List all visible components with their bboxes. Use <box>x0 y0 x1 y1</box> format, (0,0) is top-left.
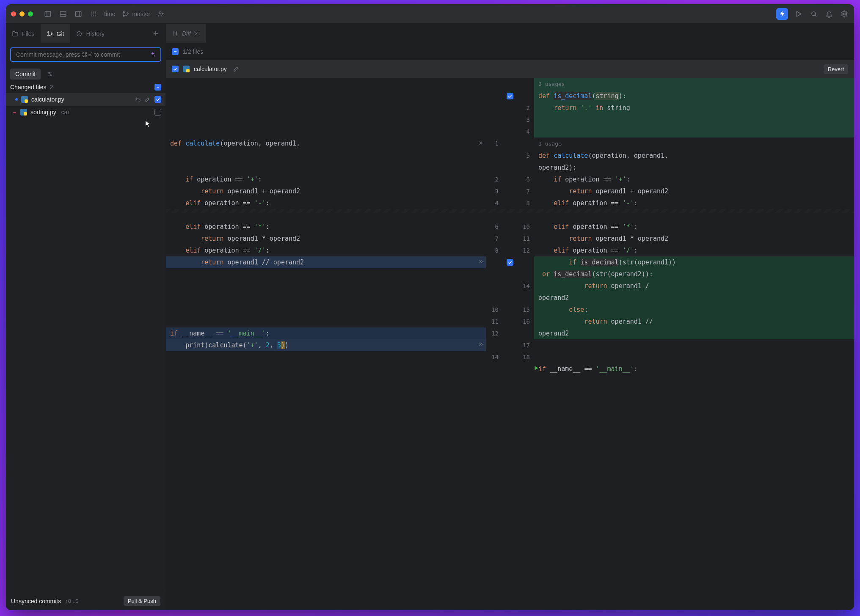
tab-files[interactable]: Files <box>6 24 41 43</box>
gutter-left: 8 <box>486 245 503 256</box>
diff-mid-gutter <box>503 197 517 209</box>
gutter-left: 2 <box>486 173 503 185</box>
diff-left-code <box>166 102 486 114</box>
run-icon[interactable] <box>794 9 803 19</box>
diff-line: 1418 <box>166 351 854 363</box>
diff-left-code <box>166 292 486 304</box>
project-name[interactable]: time <box>104 11 115 17</box>
gutter-left: 11 <box>486 316 503 327</box>
panel-left-icon[interactable] <box>43 9 52 19</box>
diff-line: if __name__ == '__main__':12operand2 <box>166 327 854 339</box>
ai-assistant-icon[interactable] <box>776 8 788 20</box>
commit-message-input[interactable] <box>10 47 161 62</box>
diff-left-code: return operand1 * operand2 <box>166 233 486 245</box>
commit-options-icon[interactable] <box>45 69 55 79</box>
diff-right-code: 1 usage <box>534 138 854 150</box>
diff-right-code: elif operation == '/': <box>534 245 854 256</box>
diff-mid-gutter <box>503 90 517 102</box>
file-row[interactable]: −sorting.pycar <box>6 106 165 118</box>
changed-files-checkbox[interactable] <box>154 84 161 91</box>
diff-line: operand2 <box>166 292 854 304</box>
diff-mid-gutter <box>503 173 517 185</box>
diff-line: if operation == '+':26 if operation == '… <box>166 173 854 185</box>
changed-files-header[interactable]: Changed files 2 <box>6 81 165 93</box>
diff-mid-gutter <box>503 233 517 245</box>
close-window-icon[interactable] <box>11 11 16 16</box>
svg-rect-35 <box>25 99 28 103</box>
diff-mid-gutter <box>503 126 517 138</box>
diff-select-all-checkbox[interactable] <box>172 48 179 55</box>
svg-point-17 <box>127 13 128 14</box>
file-dir: car <box>61 109 69 116</box>
tab-git[interactable]: Git <box>41 24 70 43</box>
diff-mid-gutter <box>503 245 517 256</box>
svg-point-8 <box>95 11 96 12</box>
svg-marker-43 <box>535 366 538 370</box>
tab-history[interactable]: History <box>70 24 110 43</box>
diff-viewer[interactable]: 2 usagesdef is_decimal(string):2 return … <box>166 78 854 610</box>
gutter-left <box>486 78 503 90</box>
add-tab-icon[interactable] <box>151 29 160 38</box>
svg-point-24 <box>47 35 49 36</box>
diff-line: 14 return operand1 / <box>166 280 854 292</box>
diff-icon <box>172 30 179 37</box>
search-icon[interactable] <box>809 9 819 19</box>
svg-point-16 <box>123 15 124 16</box>
revert-file-icon[interactable] <box>133 95 142 104</box>
gutter-right <box>517 363 534 375</box>
diff-right-code: operand2 <box>534 292 854 304</box>
gutter-right: 12 <box>517 245 534 256</box>
diff-mid-gutter <box>503 138 517 150</box>
pull-push-button[interactable]: Pull & Push <box>124 596 160 606</box>
branch-icon[interactable] <box>121 9 130 19</box>
gutter-right <box>517 138 534 150</box>
notifications-icon[interactable] <box>824 9 834 19</box>
diff-line: 2 usages <box>166 78 854 90</box>
minimize-window-icon[interactable] <box>19 11 25 16</box>
hunk-checkbox[interactable] <box>507 259 513 266</box>
diff-mid-gutter <box>503 102 517 114</box>
gutter-right <box>517 90 534 102</box>
commit-message-field[interactable] <box>15 51 147 58</box>
diff-left-code: elif operation == '-': <box>166 197 486 209</box>
titlebar: time master <box>6 4 854 24</box>
editor-pane: Diff 1/2 files calculator.py Revert 2 us… <box>166 24 854 610</box>
run-gutter-icon[interactable] <box>534 363 539 375</box>
diff-right-code: or is_decimal(str(operand2)): <box>534 268 854 280</box>
hunk-checkbox[interactable] <box>507 93 513 99</box>
revert-button[interactable]: Revert <box>824 64 848 74</box>
diff-right-code: operand2 <box>534 327 854 339</box>
diff-line: 2 return '.' in string <box>166 102 854 114</box>
expand-icon[interactable] <box>477 256 483 268</box>
diff-line: if __name__ == '__main__': <box>166 363 854 375</box>
panel-right-icon[interactable] <box>74 9 83 19</box>
ai-sparkle-icon[interactable] <box>149 51 156 58</box>
close-tab-icon[interactable] <box>194 30 200 36</box>
diff-right-code <box>534 351 854 363</box>
maximize-window-icon[interactable] <box>28 11 33 16</box>
edit-file-icon[interactable] <box>231 64 241 74</box>
expand-icon[interactable] <box>477 339 483 351</box>
commit-button[interactable]: Commit <box>10 69 41 80</box>
expand-icon[interactable] <box>477 138 483 150</box>
editor-tab-label: Diff <box>182 30 191 37</box>
file-row[interactable]: calculator.py <box>6 93 165 106</box>
svg-marker-19 <box>797 11 802 16</box>
diff-file-name: calculator.py <box>194 66 227 72</box>
diff-file-checkbox[interactable] <box>172 66 179 72</box>
gutter-left: 6 <box>486 221 503 233</box>
grid-icon[interactable] <box>89 9 98 19</box>
settings-icon[interactable] <box>840 9 849 19</box>
edit-file-icon[interactable] <box>143 95 151 104</box>
diff-right-code: return '.' in string <box>534 102 854 114</box>
editor-tab-diff[interactable]: Diff <box>166 24 206 43</box>
panel-bottom-icon[interactable] <box>58 9 68 19</box>
add-user-icon[interactable] <box>156 9 165 19</box>
svg-point-23 <box>47 31 49 33</box>
diff-line: return operand1 + operand237 return oper… <box>166 185 854 197</box>
file-checkbox[interactable] <box>154 109 161 116</box>
svg-rect-4 <box>75 11 81 16</box>
branch-name[interactable]: master <box>132 11 150 17</box>
file-checkbox[interactable] <box>154 96 161 103</box>
gutter-left <box>486 292 503 304</box>
